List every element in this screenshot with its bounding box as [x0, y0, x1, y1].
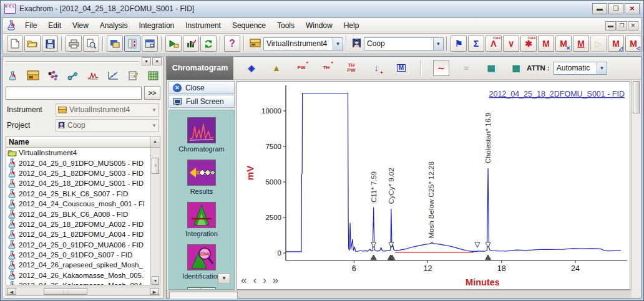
threshold-peakwidth-icon[interactable]: TH PW	[343, 60, 359, 76]
new-button[interactable]	[7, 36, 23, 52]
table-icon[interactable]	[146, 68, 160, 83]
valley-detection-icon[interactable]: ∨	[503, 36, 519, 52]
hscroll-left-button[interactable]: ◀	[7, 288, 16, 295]
file-list-item[interactable]: 2012_04_25_18_2DFOMU_S001 - FID	[6, 178, 160, 188]
file-list-item[interactable]: 2012_04_25_0_91DFO_MUA006 - FID	[6, 240, 160, 250]
menu-window[interactable]: Window	[300, 19, 338, 32]
manual-event-icon[interactable]: M	[393, 60, 409, 76]
attn-combobox[interactable]: Automatic ▼	[554, 62, 607, 75]
load-method-icon[interactable]: ▦	[483, 60, 499, 76]
mdi-minimize-button[interactable]: ▬	[605, 21, 616, 31]
view-more-button[interactable]: ▼	[218, 273, 230, 284]
trace-nav-last[interactable]: »	[273, 275, 278, 285]
help-button[interactable]: ?	[224, 36, 240, 52]
instrument-combobox-arrow[interactable]: ▼	[333, 38, 343, 50]
file-list-item[interactable]: 2012_04_26_Kakaomasse_Mosh_005.	[6, 270, 160, 280]
menu-tools[interactable]: Tools	[271, 19, 300, 32]
chart-vscroll-thumb[interactable]	[633, 81, 640, 113]
layout-split-button[interactable]	[124, 36, 140, 52]
file-list-item[interactable]: 2012_04_26_Kakaomasse_Moah_004.	[6, 280, 160, 285]
project-combobox[interactable]: Coop ▼	[364, 37, 444, 50]
compare-tools-icon[interactable]	[66, 68, 80, 83]
file-list-vscrollbar[interactable]: ≡ ▼	[150, 148, 160, 285]
panel-close-button[interactable]: ✕	[152, 57, 162, 65]
sum-icon[interactable]: Σ	[468, 36, 484, 52]
menu-sequence[interactable]: Sequence	[227, 19, 271, 32]
menu-analysis[interactable]: Analysis	[94, 19, 134, 32]
file-list-hscrollbar[interactable]: ◀ ⋮⋮ ▶	[6, 287, 160, 296]
list-header[interactable]: Name ▲	[6, 136, 160, 148]
layout-tile-button[interactable]	[142, 36, 158, 52]
maximize-button[interactable]: ❐	[608, 3, 623, 14]
file-list-item[interactable]: 2012_04_25_BLK_C6_A008 - FID	[6, 209, 160, 219]
mdi-restore-button[interactable]: ❐	[617, 21, 627, 31]
single-trace-icon[interactable]: ∼	[433, 60, 449, 76]
threshold-icon[interactable]: TH●	[318, 60, 334, 76]
reject-named-peak-icon[interactable]: ✱CH4	[520, 36, 537, 52]
search-go-button[interactable]: >>	[144, 86, 160, 100]
chromatogram-flask-icon[interactable]	[6, 68, 20, 83]
project-filter-arrow[interactable]: ▼	[152, 123, 157, 128]
project-combobox-arrow[interactable]: ▼	[433, 38, 443, 50]
panel-dropdown-button[interactable]: ▾	[142, 57, 151, 65]
apply-method-icon[interactable]: ▩	[508, 60, 524, 76]
tangent-skim-icon[interactable]: M◁	[625, 36, 642, 52]
layout-cascade-button[interactable]	[107, 36, 123, 52]
alarm-icon[interactable]: ⚑	[451, 36, 467, 52]
pan-zoom-icon[interactable]: ◈	[243, 60, 260, 76]
view-button-integration[interactable]: Integration	[169, 202, 234, 237]
file-list-item[interactable]: 2012_04_24_Couscous_mosh_001 - FI	[6, 199, 160, 209]
menu-help[interactable]: Help	[338, 19, 365, 32]
trace-nav-next[interactable]: ›	[263, 275, 266, 285]
baseline-drop-icon[interactable]: ↓+	[368, 60, 384, 76]
hscroll-right-button[interactable]: ▶	[150, 288, 159, 295]
list-scroll-down-button[interactable]: ▼	[152, 276, 159, 285]
hscroll-thumb[interactable]: ⋮⋮	[44, 288, 87, 295]
results-check-button[interactable]	[183, 36, 199, 52]
molecules-icon[interactable]	[46, 68, 60, 83]
calibration-curve-icon[interactable]	[106, 68, 120, 83]
refresh-button[interactable]	[200, 36, 217, 52]
report-icon[interactable]	[126, 68, 140, 83]
save-button[interactable]	[42, 36, 58, 52]
file-list-item[interactable]: 2012_04_25_0_91DFO_MUS005 - FID	[6, 158, 160, 168]
instrument-combobox[interactable]: VirtualInstrument4 ▼	[263, 37, 343, 50]
open-button[interactable]	[24, 36, 41, 52]
chart-vscrollbar[interactable]	[632, 80, 640, 290]
trace-nav-first[interactable]: «	[241, 275, 246, 285]
close-view-button[interactable]: ✕ Close	[168, 81, 235, 94]
named-peak-icon[interactable]: ΛCH4	[485, 36, 502, 52]
chromatogram-plot[interactable]: 0250050007500100006121824mVMinutes2012_0…	[237, 82, 630, 289]
peak-width-icon[interactable]: PW●	[293, 60, 310, 76]
minimize-button[interactable]: ▬	[592, 3, 607, 14]
peak-detect-icon[interactable]: M	[538, 36, 554, 52]
view-button-chromatogram[interactable]: Chromatogram	[169, 117, 234, 153]
file-list-item[interactable]: 2012_04_25_0_91DFO_S007 - FID	[6, 250, 160, 260]
menu-edit[interactable]: Edit	[42, 19, 67, 32]
integration-marks-icon[interactable]: ▲	[268, 60, 285, 76]
mdi-close-button[interactable]: ✕	[628, 21, 638, 31]
project-filter-combobox[interactable]: Coop ▼	[56, 119, 159, 132]
peak-baseline-icon[interactable]: M	[573, 36, 589, 52]
file-list-item[interactable]: 2012_04_25_1_82DFOMU_A004 - FID	[6, 229, 160, 239]
instrument-filter-combobox[interactable]: VirtualInstrument4 ▼	[56, 103, 159, 117]
vscroll-thumb[interactable]: ≡	[152, 158, 159, 174]
instrument-cabinet-icon[interactable]	[26, 68, 40, 83]
search-input[interactable]	[6, 87, 142, 100]
fullscreen-button[interactable]: Full Screen	[168, 95, 235, 108]
trace-nav-prev[interactable]: ‹	[253, 275, 256, 285]
negative-peak-icon[interactable]: M◿	[608, 36, 624, 52]
run-acquisition-button[interactable]	[165, 36, 182, 52]
instrument-filter-arrow[interactable]: ▼	[152, 107, 157, 113]
bottom-tab[interactable]	[169, 292, 238, 299]
attn-combobox-arrow[interactable]: ▼	[597, 62, 607, 74]
menu-file[interactable]: File	[19, 19, 42, 32]
file-list-item[interactable]: 2012_04_25_BLK_C6_S007 - FID	[6, 189, 160, 199]
file-list-item[interactable]: 2012_04_26_rapeseed_spiked_Mosh_	[6, 260, 160, 270]
view-button-results[interactable]: Results	[169, 160, 234, 195]
peak-delete-icon[interactable]: M✕	[555, 36, 572, 52]
chromatogram-tab[interactable]: Chromatogram	[167, 57, 233, 80]
menu-view[interactable]: View	[67, 19, 94, 32]
menu-integration[interactable]: Integration	[134, 19, 180, 32]
menu-instrument[interactable]: Instrument	[180, 19, 227, 32]
